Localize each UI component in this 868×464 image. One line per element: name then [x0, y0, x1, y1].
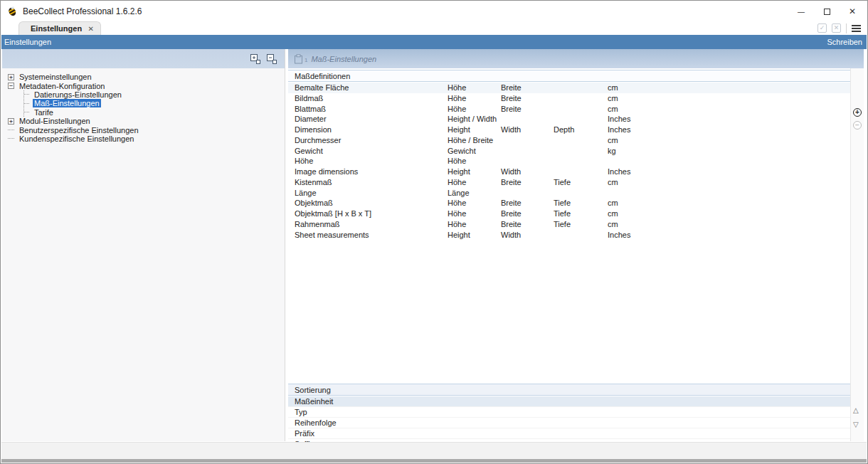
expander-icon[interactable]: −: [8, 83, 14, 89]
status-bar: [1, 442, 867, 460]
sorting-item-reihenfolge[interactable]: Reihenfolge: [288, 418, 850, 428]
definition-row[interactable]: Blattmaß Höhe Breite cm: [288, 104, 850, 115]
tree-connector: [24, 94, 29, 95]
definition-name: Objektmaß [H x B x T]: [295, 209, 371, 219]
definitions-section-header: Maßdefinitionen: [288, 70, 850, 82]
menu-icon[interactable]: [852, 25, 861, 32]
sorting-item-masseinheit[interactable]: Maßeinheit: [288, 396, 850, 407]
definition-col1: Höhe: [448, 198, 466, 209]
definition-row[interactable]: Sheet measurements Height Width Inches: [288, 230, 850, 241]
definition-row[interactable]: Kistenmaß Höhe Breite Tiefe cm: [288, 177, 850, 188]
title-bar: BeeCollect Professional 1.6.2.6 — ✕: [1, 1, 867, 21]
definition-row[interactable]: Länge Länge: [288, 188, 850, 199]
collapse-all-icon[interactable]: [266, 53, 277, 65]
definition-name: Gewicht: [295, 146, 323, 157]
confirm-checkbox-icon[interactable]: ✓: [817, 23, 827, 33]
remove-definition-button[interactable]: −: [853, 121, 862, 130]
minimize-button[interactable]: —: [788, 1, 814, 21]
tree-item-kundenspezifische[interactable]: Kundenspezifische Einstellungen: [8, 135, 282, 143]
window-controls: — ✕: [788, 1, 865, 21]
definition-row[interactable]: Gewicht Gewicht kg: [288, 146, 850, 157]
tab-strip: Einstellungen ✕ ✓ ✕: [1, 21, 867, 35]
definition-row[interactable]: Höhe Höhe: [288, 156, 850, 167]
definition-row[interactable]: Dimension Height Width Depth Inches: [288, 125, 850, 135]
tree-item-mass-einstellungen[interactable]: Maß-Einstellungen: [24, 99, 282, 107]
definition-col1: Länge: [448, 188, 470, 199]
sorting-item-typ[interactable]: Typ: [288, 407, 850, 418]
definition-row[interactable]: Durchmesser Höhe / Breite cm: [288, 135, 850, 146]
definition-col2: Width: [501, 230, 521, 241]
definition-name: Bildmaß: [295, 93, 323, 104]
definition-col2: Breite: [501, 104, 522, 115]
definition-col1: Gewicht: [448, 146, 476, 157]
definition-unit: cm: [608, 198, 618, 209]
definition-unit: cm: [608, 93, 618, 104]
move-up-button[interactable]: △: [853, 407, 859, 414]
app-window: BeeCollect Professional 1.6.2.6 — ✕ Eins…: [0, 0, 868, 464]
tab-close-icon[interactable]: ✕: [88, 25, 94, 33]
tab-label: Einstellungen: [31, 24, 82, 33]
separator: [846, 23, 847, 33]
definition-row[interactable]: Objektmaß [H x B x T] Höhe Breite Tiefe …: [288, 209, 850, 219]
tree-item-label: Metadaten-Konfiguration: [18, 82, 106, 90]
definition-row[interactable]: Bildmaß Höhe Breite cm: [288, 93, 850, 104]
definition-row[interactable]: Bemalte Fläche Höhe Breite cm: [288, 83, 850, 93]
close-icon: ✕: [849, 6, 856, 16]
definition-name: Objektmaß: [295, 198, 333, 209]
definition-name: Image dimensions: [295, 167, 358, 177]
definition-unit: cm: [608, 177, 618, 188]
expand-all-icon[interactable]: [250, 53, 261, 65]
definition-unit: cm: [608, 219, 618, 230]
definition-col3: Tiefe: [554, 198, 571, 209]
minimize-icon: —: [798, 8, 805, 16]
sorting-item-praefix[interactable]: Präfix: [288, 428, 850, 439]
tree-item-label: Benutzerspezifische Einstellungen: [18, 126, 140, 135]
definition-col3: Tiefe: [554, 219, 571, 230]
cancel-checkbox-icon[interactable]: ✕: [832, 23, 841, 33]
tree-item-label: Tarife: [33, 108, 55, 117]
add-definition-button[interactable]: +: [853, 108, 862, 117]
mass-einstellungen-panel: Maßdefinitionen Bemalte Fläche Höhe Brei…: [288, 68, 850, 441]
tree-item-modul-einstellungen[interactable]: + Modul-Einstellungen: [8, 117, 282, 125]
definition-col1: Höhe: [448, 104, 466, 115]
definition-row[interactable]: Image dimensions Height Width Inches: [288, 167, 850, 177]
expander-icon[interactable]: +: [8, 74, 14, 80]
close-button[interactable]: ✕: [840, 1, 865, 21]
maximize-button[interactable]: [814, 1, 840, 21]
schreiben-button[interactable]: Schreiben: [827, 38, 862, 46]
tree-item-datierungs-einstellungen[interactable]: Datierungs-Einstellungen: [24, 90, 282, 99]
expander-icon[interactable]: +: [8, 118, 14, 125]
definition-row[interactable]: Objektmaß Höhe Breite Tiefe cm: [288, 198, 850, 209]
definition-col2: Width: [501, 167, 521, 177]
definition-col1: Höhe: [448, 209, 466, 219]
side-action-strip: + − △ ▽: [850, 68, 864, 441]
tree-item-tarife[interactable]: Tarife: [24, 108, 282, 117]
definition-col3: Tiefe: [554, 177, 571, 188]
tree-children-metadaten: Datierungs-Einstellungen Maß-Einstellung…: [23, 90, 282, 117]
tree-connector: [24, 112, 29, 112]
definition-unit: cm: [608, 104, 618, 115]
definition-name: Kistenmaß: [295, 177, 332, 188]
tree-connector: [8, 130, 14, 130]
tree-item-benutzerspezifische[interactable]: Benutzerspezifische Einstellungen: [8, 125, 282, 134]
tree-toolbar: [2, 49, 285, 68]
move-down-button[interactable]: ▽: [853, 421, 859, 428]
tree-item-systemeinstellungen[interactable]: + Systemeinstellungen: [8, 73, 282, 81]
definition-unit: kg: [608, 146, 616, 157]
settings-tree: + Systemeinstellungen − Metadaten-Konfig…: [8, 73, 282, 143]
tree-connector: [24, 103, 29, 104]
panel-header: 1 Maß-Einstellungen: [288, 49, 864, 68]
definition-row[interactable]: Rahmenmaß Höhe Breite Tiefe cm: [288, 219, 850, 230]
tree-item-label: Modul-Einstellungen: [18, 117, 92, 125]
definition-col1: Höhe: [448, 93, 466, 104]
definition-name: Durchmesser: [295, 135, 341, 146]
window-frame: BeeCollect Professional 1.6.2.6 — ✕ Eins…: [0, 0, 868, 464]
definition-unit: Inches: [608, 114, 630, 125]
tree-connector: [8, 138, 14, 139]
window-title: BeeCollect Professional 1.6.2.6: [23, 6, 142, 16]
definition-unit: cm: [608, 135, 618, 146]
definition-row[interactable]: Diameter Height / Width Inches: [288, 114, 850, 125]
definition-name: Bemalte Fläche: [295, 83, 349, 93]
tab-einstellungen[interactable]: Einstellungen ✕: [18, 21, 101, 35]
tree-item-metadaten-konfiguration[interactable]: − Metadaten-Konfiguration: [8, 81, 282, 90]
